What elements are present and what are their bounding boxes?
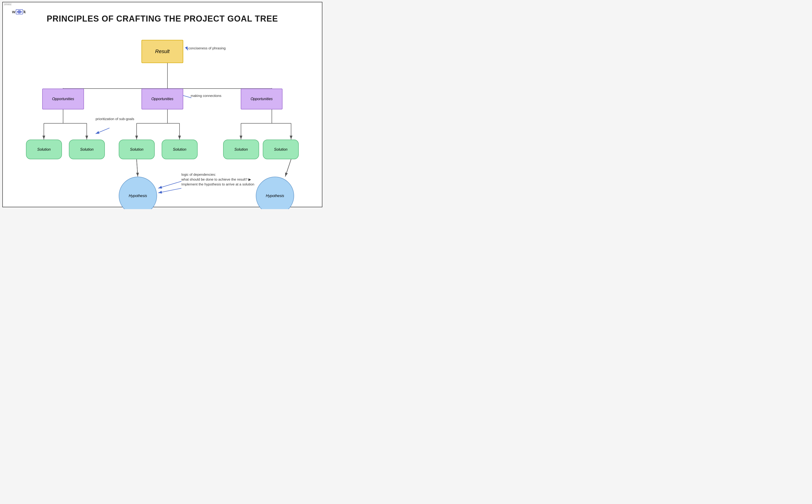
sol4-label: Solution <box>173 147 186 152</box>
result-label: Result <box>155 48 169 54</box>
page-title: PRINCIPLES OF CRAFTING THE PROJECT GOAL … <box>7 14 317 24</box>
logo: w k <box>12 9 26 14</box>
svg-line-38 <box>137 159 138 176</box>
hypothesis-node-2: Hypothesis <box>256 177 294 209</box>
sol5-label: Solution <box>234 147 248 152</box>
annotation-prioritization: prioritization of sub-goals <box>96 116 134 121</box>
logo-bar-4 <box>21 11 22 13</box>
svg-line-39 <box>285 159 291 176</box>
hypothesis-node-1: Hypothesis <box>119 177 157 209</box>
logo-w: w <box>12 10 15 14</box>
opp2-label: Opportunities <box>151 97 173 101</box>
logo-bars <box>16 9 23 14</box>
hyp2-label: Hypothesis <box>266 194 284 198</box>
privacy-label: privacy <box>4 3 12 6</box>
logo-bar-1 <box>17 11 18 13</box>
solution-node-3: Solution <box>119 140 155 159</box>
solution-node-1: Solution <box>26 140 62 159</box>
logo-bar-2 <box>18 10 19 13</box>
svg-line-26 <box>285 159 291 177</box>
opp3-label: Opportunities <box>250 97 272 101</box>
opportunity-node-2: Opportunities <box>141 89 183 109</box>
sol1-label: Solution <box>37 147 51 152</box>
sol3-label: Solution <box>130 147 144 152</box>
annotation-conciseness: conciseness of phrasing <box>188 46 226 51</box>
annotation-connections: making connections <box>191 93 221 98</box>
solution-node-5: Solution <box>223 140 259 159</box>
opp1-label: Opportunities <box>52 97 74 101</box>
opportunity-node-1: Opportunities <box>42 89 84 109</box>
svg-line-44 <box>158 188 181 193</box>
result-node: Result <box>141 40 183 63</box>
svg-line-43 <box>158 181 181 188</box>
logo-bar-3 <box>19 10 20 13</box>
svg-line-25 <box>137 159 138 177</box>
solution-node-4: Solution <box>162 140 198 159</box>
sol2-label: Solution <box>80 147 94 152</box>
hyp1-label: Hypothesis <box>129 194 147 198</box>
opportunity-node-3: Opportunities <box>241 89 282 109</box>
svg-line-40 <box>187 48 188 50</box>
logo-k: k <box>23 10 26 14</box>
solution-node-2: Solution <box>69 140 105 159</box>
solution-node-6: Solution <box>263 140 299 159</box>
annotation-logic: logic of dependencies: what should be do… <box>181 172 254 187</box>
diagram: Result Opportunities Opportunities Oppor… <box>7 26 317 202</box>
sol6-label: Solution <box>274 147 287 152</box>
svg-line-42 <box>96 128 109 134</box>
